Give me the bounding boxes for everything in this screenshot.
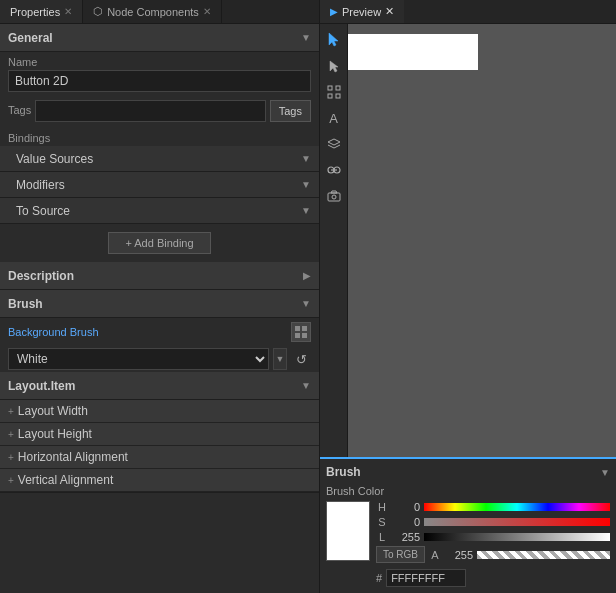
select-tool-btn[interactable] xyxy=(322,54,346,78)
svg-marker-4 xyxy=(329,33,338,46)
layers-tool-btn[interactable] xyxy=(322,132,346,156)
svg-rect-9 xyxy=(336,94,340,98)
preview-tab-close[interactable]: ✕ xyxy=(385,5,394,18)
description-section-header[interactable]: Description ▶ xyxy=(0,262,319,290)
brush-popup-chevron[interactable]: ▼ xyxy=(600,467,610,478)
cursor-arrow-icon xyxy=(327,32,341,48)
tags-row: Tags Tags xyxy=(0,96,319,126)
add-binding-row: + Add Binding xyxy=(0,224,319,262)
hue-slider[interactable] xyxy=(424,501,610,513)
modifiers-header[interactable]: Modifiers ▼ xyxy=(0,172,319,198)
camera-icon xyxy=(327,190,341,202)
modifiers-label: Modifiers xyxy=(16,178,65,192)
svg-rect-3 xyxy=(302,333,307,338)
tab-properties[interactable]: Properties ✕ xyxy=(0,0,83,23)
name-input[interactable] xyxy=(8,70,311,92)
alpha-track-bg xyxy=(477,551,610,559)
camera-tool-btn[interactable] xyxy=(322,184,346,208)
hue-track-bg xyxy=(424,503,610,511)
layout-height-expand[interactable]: + xyxy=(8,429,14,440)
svg-rect-0 xyxy=(295,326,300,331)
bg-brush-icon[interactable] xyxy=(291,322,311,342)
to-source-label: To Source xyxy=(16,204,70,218)
color-preview-box[interactable] xyxy=(326,501,370,561)
vertical-alignment-expand[interactable]: + xyxy=(8,475,14,486)
tab-node-components[interactable]: ⬡ Node Components ✕ xyxy=(83,0,222,23)
grid-tool-icon xyxy=(327,85,341,99)
general-section-header[interactable]: General ▼ xyxy=(0,24,319,52)
preview-canvas xyxy=(348,34,478,70)
right-panel: ▶ Preview ✕ xyxy=(320,0,616,593)
brush-chevron: ▼ xyxy=(301,298,311,309)
white-select[interactable]: White xyxy=(8,348,269,370)
to-source-header[interactable]: To Source ▼ xyxy=(0,198,319,224)
value-sources-chevron: ▼ xyxy=(301,153,311,164)
svg-marker-10 xyxy=(328,139,340,145)
hue-letter: H xyxy=(376,501,388,513)
value-sources-header[interactable]: Value Sources ▼ xyxy=(0,146,319,172)
modifiers-chevron: ▼ xyxy=(301,179,311,190)
brush-popup-header: Brush ▼ xyxy=(326,465,610,479)
sat-slider[interactable] xyxy=(424,516,610,528)
layout-width-label: Layout Width xyxy=(18,404,88,418)
vertical-alignment-label: Vertical Alignment xyxy=(18,473,113,487)
svg-rect-16 xyxy=(328,193,340,201)
to-rgb-button[interactable]: To RGB xyxy=(376,546,425,563)
layout-height-label: Layout Height xyxy=(18,427,92,441)
lum-slider[interactable] xyxy=(424,531,610,543)
left-panel: Properties ✕ ⬡ Node Components ✕ General… xyxy=(0,0,320,593)
general-chevron: ▼ xyxy=(301,32,311,43)
tags-input[interactable] xyxy=(35,100,266,122)
svg-line-11 xyxy=(328,145,334,148)
brush-color-area: H 0 S 0 xyxy=(326,501,610,587)
text-tool-btn[interactable]: A xyxy=(322,106,346,130)
layout-width-row: + Layout Width xyxy=(0,400,319,423)
tags-button[interactable]: Tags xyxy=(270,100,311,122)
svg-marker-5 xyxy=(330,61,338,72)
grid-tool-btn[interactable] xyxy=(322,80,346,104)
preview-play-icon: ▶ xyxy=(330,6,338,17)
panel-scroll: General ▼ Name Tags Tags Bindings Value … xyxy=(0,24,319,593)
lum-slider-row: L 255 xyxy=(376,531,610,543)
white-chevron-btn[interactable]: ▼ xyxy=(273,348,287,370)
preview-tab-bar: ▶ Preview ✕ xyxy=(320,0,616,24)
brush-section-header[interactable]: Brush ▼ xyxy=(0,290,319,318)
layout-item-label: Layout.Item xyxy=(8,379,75,393)
add-binding-button[interactable]: + Add Binding xyxy=(108,232,210,254)
white-reset-btn[interactable]: ↺ xyxy=(291,349,311,369)
bg-brush-row: Background Brush xyxy=(0,318,319,346)
properties-tab-close[interactable]: ✕ xyxy=(64,6,72,17)
node-components-tab-close[interactable]: ✕ xyxy=(203,6,211,17)
lum-track-bg xyxy=(424,533,610,541)
svg-rect-7 xyxy=(336,86,340,90)
hex-input[interactable] xyxy=(386,569,466,587)
link-icon xyxy=(327,163,341,177)
name-label: Name xyxy=(8,56,311,68)
preview-area: A xyxy=(320,24,616,593)
layout-item-header[interactable]: Layout.Item ▼ xyxy=(0,372,319,400)
text-tool-icon: A xyxy=(329,111,338,126)
alpha-value: 255 xyxy=(445,549,473,561)
link-tool-btn[interactable] xyxy=(322,158,346,182)
properties-tab-label: Properties xyxy=(10,6,60,18)
preview-tab[interactable]: ▶ Preview ✕ xyxy=(320,0,404,23)
grid-icon xyxy=(295,326,307,338)
alpha-slider[interactable] xyxy=(477,549,610,561)
layout-item-section: Layout.Item ▼ + Layout Width + Layout He… xyxy=(0,372,319,493)
horizontal-alignment-expand[interactable]: + xyxy=(8,452,14,463)
svg-point-18 xyxy=(332,195,336,199)
sat-value: 0 xyxy=(392,516,420,528)
horizontal-alignment-row: + Horizontal Alignment xyxy=(0,446,319,469)
node-components-tab-label: Node Components xyxy=(107,6,199,18)
brush-color-label: Brush Color xyxy=(326,485,610,497)
layout-width-expand[interactable]: + xyxy=(8,406,14,417)
bindings-label: Bindings xyxy=(0,126,319,146)
brush-popup-title: Brush xyxy=(326,465,361,479)
cursor-tool-btn[interactable] xyxy=(322,28,346,52)
tags-label: Tags xyxy=(8,104,31,116)
svg-rect-6 xyxy=(328,86,332,90)
sat-track-bg xyxy=(424,518,610,526)
select-arrow-icon xyxy=(328,59,340,73)
brush-popup: Brush ▼ Brush Color H 0 xyxy=(320,457,616,593)
svg-rect-2 xyxy=(295,333,300,338)
